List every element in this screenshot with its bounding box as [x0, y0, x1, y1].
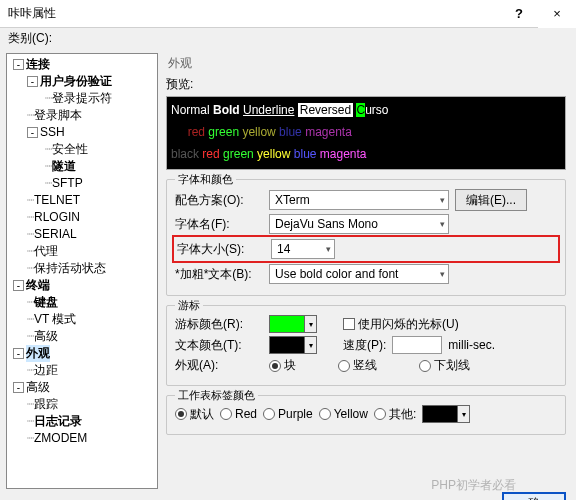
radio-yellow[interactable]: Yellow [319, 407, 368, 421]
cursor-group: 游标 游标颜色(R): ▾ 使用闪烁的光标(U) 文本颜色(T): ▾ 速度(P… [166, 305, 566, 386]
tree-keepalive[interactable]: 保持活动状态 [34, 260, 106, 277]
close-button[interactable]: × [538, 0, 576, 28]
tree-sftp[interactable]: SFTP [52, 175, 83, 192]
tree-trace[interactable]: 跟踪 [34, 396, 58, 413]
tree-zmodem[interactable]: ZMODEM [34, 430, 87, 447]
tree-log[interactable]: 日志记录 [34, 413, 82, 430]
preview-pane: Normal Bold Underline Reversed Curso red… [166, 96, 566, 170]
ok-button[interactable]: 确 [502, 492, 566, 500]
radio-other[interactable]: 其他: [374, 406, 416, 423]
cursorcolor-picker[interactable]: ▾ [269, 315, 317, 333]
chevron-down-icon: ▾ [326, 244, 331, 254]
tree-rlogin[interactable]: RLOGIN [34, 209, 80, 226]
tree-prompt[interactable]: 登录提示符 [52, 90, 112, 107]
collapse-icon[interactable]: - [13, 382, 24, 393]
fontname-select[interactable]: DejaVu Sans Mono▾ [269, 214, 449, 234]
radio-purple[interactable]: Purple [263, 407, 313, 421]
speed-label: 速度(P): [343, 337, 386, 354]
tree-advanced2[interactable]: 高级 [26, 379, 50, 396]
fontname-label: 字体名(F): [175, 216, 263, 233]
chevron-down-icon: ▾ [440, 269, 445, 279]
radio-red[interactable]: Red [220, 407, 257, 421]
cursorcolor-label: 游标颜色(R): [175, 316, 263, 333]
tree-vtmode[interactable]: VT 模式 [34, 311, 76, 328]
fontsize-label: 字体大小(S): [177, 241, 265, 258]
tree-script[interactable]: 登录脚本 [34, 107, 82, 124]
fontsize-select[interactable]: 14▾ [271, 239, 335, 259]
preview-label: 预览: [166, 76, 566, 93]
window-title: 咔咔属性 [0, 5, 56, 22]
category-label: 类别(C): [0, 28, 576, 49]
ms-label: milli-sec. [448, 338, 495, 352]
scheme-select[interactable]: XTerm▾ [269, 190, 449, 210]
tree-telnet[interactable]: TELNET [34, 192, 80, 209]
edit-button[interactable]: 编辑(E)... [455, 189, 527, 211]
tree-tunnel[interactable]: 隧道 [52, 158, 76, 175]
textcolor-picker[interactable]: ▾ [269, 336, 317, 354]
category-tree[interactable]: -连接 -用户身份验证 ┈登录提示符 ┈登录脚本 -SSH ┈安全性 ┈隧道 ┈… [6, 53, 158, 489]
blink-checkbox[interactable]: 使用闪烁的光标(U) [343, 316, 459, 333]
collapse-icon[interactable]: - [27, 76, 38, 87]
font-color-group: 字体和颜色 配色方案(O): XTerm▾ 编辑(E)... 字体名(F): D… [166, 179, 566, 296]
tabcolor-group: 工作表标签颜色 默认 Red Purple Yellow 其他: ▾ [166, 395, 566, 435]
title-bar: 咔咔属性 ? × [0, 0, 576, 28]
tree-appearance[interactable]: 外观 [26, 345, 50, 362]
collapse-icon[interactable]: - [27, 127, 38, 138]
radio-block[interactable]: 块 [269, 357, 296, 374]
panel-title: 外观 [166, 55, 566, 73]
textcolor-label: 文本颜色(T): [175, 337, 263, 354]
tree-ssh[interactable]: SSH [40, 124, 65, 141]
othercolor-picker[interactable]: ▾ [422, 405, 470, 423]
collapse-icon[interactable]: - [13, 348, 24, 359]
tree-serial[interactable]: SERIAL [34, 226, 77, 243]
chevron-down-icon: ▾ [440, 219, 445, 229]
help-button[interactable]: ? [500, 0, 538, 28]
collapse-icon[interactable]: - [13, 59, 24, 70]
boldtext-label: *加粗*文本(B): [175, 266, 263, 283]
speed-input[interactable] [392, 336, 442, 354]
tree-advanced[interactable]: 高级 [34, 328, 58, 345]
tree-terminal[interactable]: 终端 [26, 277, 50, 294]
tree-connection[interactable]: 连接 [26, 56, 50, 73]
tree-margin[interactable]: 边距 [34, 362, 58, 379]
tree-security[interactable]: 安全性 [52, 141, 88, 158]
boldtext-select[interactable]: Use bold color and font▾ [269, 264, 449, 284]
appearance-label: 外观(A): [175, 357, 263, 374]
tree-proxy[interactable]: 代理 [34, 243, 58, 260]
collapse-icon[interactable]: - [13, 280, 24, 291]
tree-keyboard[interactable]: 键盘 [34, 294, 58, 311]
tree-auth[interactable]: 用户身份验证 [40, 73, 112, 90]
radio-underline[interactable]: 下划线 [419, 357, 470, 374]
radio-default[interactable]: 默认 [175, 406, 214, 423]
chevron-down-icon: ▾ [440, 195, 445, 205]
scheme-label: 配色方案(O): [175, 192, 263, 209]
radio-vertical[interactable]: 竖线 [338, 357, 377, 374]
